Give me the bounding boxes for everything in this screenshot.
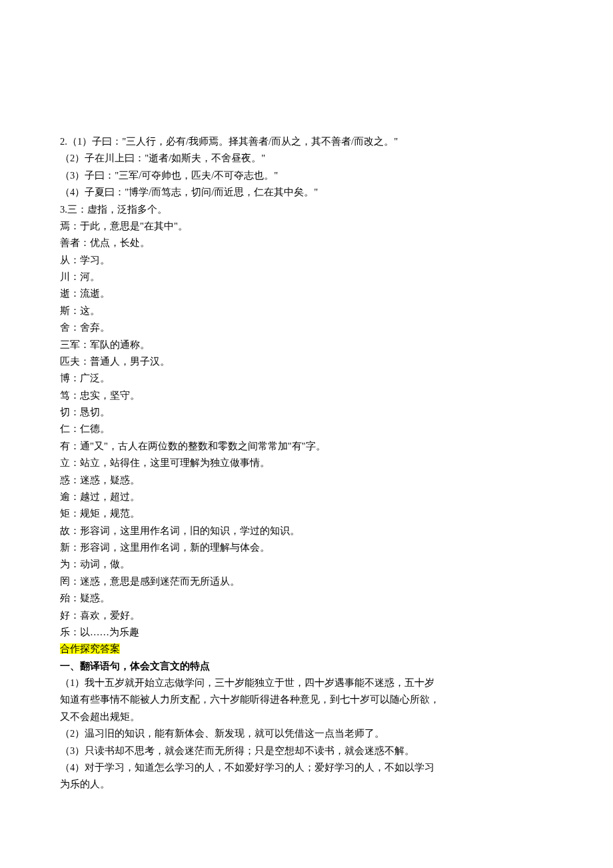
text-line: 逾：越过，超过。 (60, 489, 440, 505)
text-line: 焉：于此，意思是"在其中"。 (60, 218, 440, 235)
text-line: 矩：规矩，规范。 (60, 505, 440, 522)
text-line: 从：学习。 (60, 252, 440, 269)
text-line: （4）对于学习，知道怎么学习的人，不如爱好学习的人；爱好学习的人，不如以学习为乐… (60, 759, 440, 793)
text-line: 故：形容词，这里用作名词，旧的知识，学过的知识。 (60, 523, 440, 539)
text-line: （2）子在川上曰："逝者/如斯夫，不舍昼夜。" (60, 150, 440, 167)
highlighted-text: 合作探究答案 (60, 643, 120, 654)
text-line: （1）我十五岁就开始立志做学问，三十岁能独立于世，四十岁遇事能不迷惑，五十岁知道… (60, 675, 440, 725)
body-text: 斯：这。 (60, 305, 100, 316)
body-text: 新：形容词，这里用作名词，新的理解与体会。 (60, 542, 270, 553)
text-line: 为：动词，做。 (60, 556, 440, 573)
text-line: （2）温习旧的知识，能有新体会、新发现，就可以凭借这一点当老师了。 (60, 725, 440, 742)
text-line: 有：通"又"，古人在两位数的整数和零数之间常常加"有"字。 (60, 438, 440, 455)
text-line: 博：广泛。 (60, 370, 440, 387)
body-text: 殆：疑惑。 (60, 593, 110, 603)
text-line: 罔：迷惑，意思是感到迷茫而无所适从。 (60, 573, 440, 590)
body-text: 善者：优点，长处。 (60, 237, 150, 248)
text-line: 笃：忠实，坚守。 (60, 387, 440, 404)
body-text: 立：站立，站得住，这里可理解为独立做事情。 (60, 457, 270, 468)
text-line: 仁：仁德。 (60, 421, 440, 437)
body-text: 为：动词，做。 (60, 559, 130, 569)
body-text: 匹夫：普通人，男子汉。 (60, 356, 170, 367)
body-text: 好：喜欢，爱好。 (60, 610, 140, 621)
section-heading: 一、翻译语句，体会文言文的特点 (60, 661, 210, 671)
text-line: 新：形容词，这里用作名词，新的理解与体会。 (60, 539, 440, 556)
body-text: （3）子曰："三军/可夺帅也，匹夫/不可夺志也。" (60, 170, 278, 181)
body-text: 逝：流逝。 (60, 288, 110, 299)
text-line: 乐：以……为乐趣 (60, 624, 440, 641)
text-line: 一、翻译语句，体会文言文的特点 (60, 658, 440, 675)
text-line: （4）子夏曰："博学/而笃志，切问/而近思，仁在其中矣。" (60, 184, 440, 201)
text-line: 三军：军队的通称。 (60, 337, 440, 353)
body-text: 焉：于此，意思是"在其中"。 (60, 221, 188, 231)
text-line: 舍：舍弃。 (60, 319, 440, 336)
content-body: 2.（1）子曰："三人行，必有/我师焉。择其善者/而从之，其不善者/而改之。"（… (60, 133, 440, 793)
text-line: 善者：优点，长处。 (60, 235, 440, 251)
body-text: （2）子在川上曰："逝者/如斯夫，不舍昼夜。" (60, 153, 265, 163)
document-page: 2.（1）子曰："三人行，必有/我师焉。择其善者/而从之，其不善者/而改之。"（… (0, 0, 613, 868)
body-text: 仁：仁德。 (60, 423, 110, 434)
body-text: 罔：迷惑，意思是感到迷茫而无所适从。 (60, 576, 240, 587)
body-text: 三军：军队的通称。 (60, 339, 150, 350)
body-text: 3.三：虚指，泛指多个。 (60, 204, 167, 215)
text-line: 2.（1）子曰："三人行，必有/我师焉。择其善者/而从之，其不善者/而改之。" (60, 133, 440, 150)
body-text: 故：形容词，这里用作名词，旧的知识，学过的知识。 (60, 525, 300, 536)
body-text: 切：恳切。 (60, 407, 110, 417)
body-text: （4）子夏曰："博学/而笃志，切问/而近思，仁在其中矣。" (60, 187, 318, 197)
text-line: 匹夫：普通人，男子汉。 (60, 353, 440, 370)
body-text: （4）对于学习，知道怎么学习的人，不如爱好学习的人；爱好学习的人，不如以学习为乐… (60, 762, 434, 789)
text-line: 合作探究答案 (60, 641, 440, 657)
text-line: 川：河。 (60, 269, 440, 285)
body-text: （2）温习旧的知识，能有新体会、新发现，就可以凭借这一点当老师了。 (60, 728, 384, 739)
body-text: 有：通"又"，古人在两位数的整数和零数之间常常加"有"字。 (60, 441, 326, 451)
body-text: 舍：舍弃。 (60, 322, 110, 333)
body-text: 川：河。 (60, 271, 100, 282)
body-text: （1）我十五岁就开始立志做学问，三十岁能独立于世，四十岁遇事能不迷惑，五十岁知道… (60, 677, 440, 722)
text-line: 切：恳切。 (60, 404, 440, 421)
body-text: 从：学习。 (60, 255, 110, 265)
text-line: 惑：迷惑，疑惑。 (60, 472, 440, 489)
text-line: （3）子曰："三军/可夺帅也，匹夫/不可夺志也。" (60, 167, 440, 184)
text-line: 立：站立，站得住，这里可理解为独立做事情。 (60, 455, 440, 471)
body-text: 矩：规矩，规范。 (60, 508, 140, 519)
text-line: 斯：这。 (60, 303, 440, 319)
text-line: 3.三：虚指，泛指多个。 (60, 201, 440, 218)
body-text: 乐：以……为乐趣 (60, 627, 139, 637)
body-text: （3）只读书却不思考，就会迷茫而无所得；只是空想却不读书，就会迷惑不解。 (60, 745, 414, 756)
text-line: 好：喜欢，爱好。 (60, 607, 440, 624)
body-text: 逾：越过，超过。 (60, 491, 140, 502)
text-line: （3）只读书却不思考，就会迷茫而无所得；只是空想却不读书，就会迷惑不解。 (60, 743, 440, 759)
text-line: 殆：疑惑。 (60, 590, 440, 607)
body-text: 笃：忠实，坚守。 (60, 390, 140, 401)
text-line: 逝：流逝。 (60, 285, 440, 302)
body-text: 博：广泛。 (60, 373, 110, 383)
body-text: 惑：迷惑，疑惑。 (60, 475, 140, 485)
body-text: 2.（1）子曰："三人行，必有/我师焉。择其善者/而从之，其不善者/而改之。" (60, 136, 398, 147)
